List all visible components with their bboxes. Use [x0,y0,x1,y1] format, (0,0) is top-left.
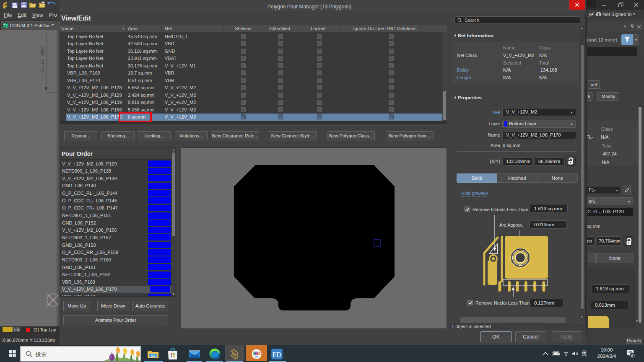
svg-text:-33.22 (mm): -33.22 (mm) [40,46,45,75]
svg-text:FD: FD [273,351,282,359]
svg-text:6: 6 [631,354,633,358]
